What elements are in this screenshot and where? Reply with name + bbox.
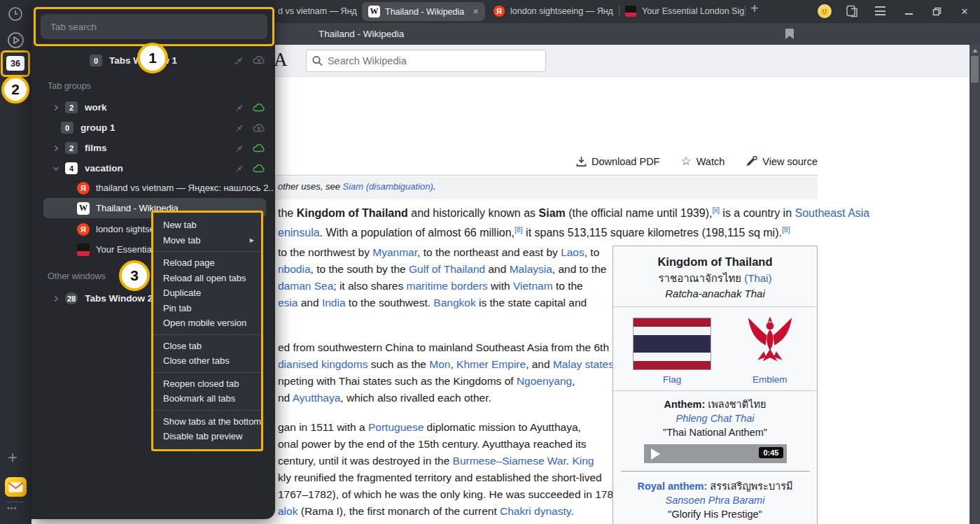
wiki-link[interactable]: Southeast Asia — [795, 207, 870, 219]
wiki-link[interactable]: Gulf of Thailand — [409, 263, 485, 275]
ref-link[interactable]: [ii] — [712, 206, 720, 214]
wiki-link[interactable]: eninsula — [278, 227, 320, 239]
tab-thailand-wikipedia[interactable]: W Thailand - Wikipedia ✕ — [362, 2, 485, 21]
restore-button[interactable] — [926, 0, 947, 22]
wiki-link[interactable]: dianised kingdoms — [278, 358, 368, 370]
menu-item-pin-tab[interactable]: Pin tab — [153, 301, 261, 316]
menu-item-reopen-closed-tab[interactable]: Reopen closed tab — [153, 376, 261, 392]
chevron-right-icon[interactable] — [51, 143, 61, 153]
minimize-button[interactable] — [898, 0, 919, 22]
tab-search-input[interactable] — [41, 14, 267, 39]
thailand-flag-image[interactable] — [633, 318, 711, 370]
close-window-button[interactable]: ✕ — [954, 0, 975, 22]
wiki-link[interactable]: Bangkok — [433, 297, 475, 309]
ref-link[interactable]: [9] — [782, 225, 790, 234]
anthem-audio-player[interactable]: 0:45 — [644, 444, 787, 463]
emblem-caption[interactable]: Emblem — [743, 374, 797, 385]
group-row-group1[interactable]: 0 group 1 — [61, 118, 229, 138]
group-row-work[interactable]: 2 work — [51, 97, 226, 118]
cloud-upload-icon[interactable] — [253, 55, 265, 65]
profile-avatar[interactable]: 🙂 — [818, 4, 832, 18]
menu-item-reload-all[interactable]: Reload all open tabs — [153, 271, 261, 286]
wiki-link[interactable]: Mon — [429, 358, 450, 370]
page-scrollbar[interactable] — [969, 45, 980, 524]
wiki-link[interactable]: Laos — [561, 246, 584, 258]
thailand-emblem-image[interactable] — [743, 314, 797, 370]
wikipedia-search-input[interactable] — [328, 55, 540, 66]
menu-item-close-tab[interactable]: Close tab — [153, 339, 261, 354]
panel-tab-thailand-vs-vietnam[interactable]: Я thailand vs vietnam — Яндекс: нашлось … — [77, 178, 273, 198]
yandex-mail-icon[interactable] — [5, 477, 27, 497]
wiki-link[interactable]: Malaysia — [510, 263, 552, 275]
cloud-upload-icon[interactable] — [253, 122, 265, 133]
wiki-link[interactable]: Vietnam — [513, 280, 553, 292]
wiki-link[interactable]: esia — [278, 297, 298, 309]
menu-item-bookmark-all-tabs[interactable]: Bookmark all tabs — [153, 391, 261, 406]
menu-item-reload-page[interactable]: Reload page — [153, 255, 261, 271]
group-row-films[interactable]: 2 films — [51, 138, 226, 158]
cloud-synced-icon[interactable] — [253, 143, 265, 153]
wiki-link[interactable]: India — [322, 297, 346, 309]
wiki-link[interactable]: Khmer Empire — [456, 358, 526, 370]
history-clock-icon[interactable] — [8, 6, 23, 22]
menu-item-disable-tab-preview[interactable]: Disable tab preview — [153, 429, 261, 444]
wiki-link[interactable]: alok — [278, 505, 298, 517]
wikipedia-search-box[interactable] — [306, 50, 546, 72]
new-tab-button[interactable]: + — [750, 1, 759, 17]
wiki-link[interactable]: King — [572, 455, 594, 467]
menu-item-close-other-tabs[interactable]: Close other tabs — [153, 353, 261, 369]
cloud-synced-icon[interactable] — [253, 102, 265, 113]
tab-counter-badge[interactable]: 36 — [6, 56, 24, 71]
tab-close-icon[interactable]: ✕ — [473, 8, 479, 15]
menu-item-show-tabs-bottom[interactable]: Show tabs at the bottom — [153, 414, 261, 430]
pin-icon[interactable] — [233, 163, 244, 174]
pin-icon[interactable] — [233, 143, 244, 153]
scroll-up-arrow[interactable] — [972, 49, 978, 52]
wiki-link[interactable]: Siam (disambiguation) — [343, 181, 433, 192]
panel-tab-london-sightseeing[interactable]: Я london sightse — [77, 219, 154, 239]
wiki-link[interactable]: Myanmar — [372, 246, 417, 258]
wiki-link[interactable]: Royal anthem: — [637, 481, 707, 492]
wiki-link[interactable]: Burmese–Siamese War — [453, 455, 566, 467]
play-icon[interactable] — [651, 448, 660, 460]
download-pdf-link[interactable]: Download PDF — [576, 156, 660, 167]
menu-item-move-tab[interactable]: Move tab▶ — [153, 233, 261, 248]
ref-link[interactable]: [8] — [514, 225, 523, 234]
watch-link[interactable]: ☆ Watch — [680, 154, 724, 169]
chevron-right-icon[interactable] — [51, 294, 61, 304]
wiki-link[interactable]: daman Sea — [278, 280, 333, 292]
wiki-link[interactable]: Chakri dynasty — [500, 505, 570, 517]
tab-london-sightseeing[interactable]: Я london sightseeing — Янд — [493, 6, 613, 17]
group-row-vacation[interactable]: 4 vacation — [51, 158, 226, 178]
wiki-link[interactable]: Malay states — [553, 358, 614, 370]
panels-icon[interactable] — [846, 5, 859, 18]
anthem-translit-link[interactable]: Phleng Chat Thai — [617, 411, 813, 425]
pin-icon[interactable] — [233, 55, 244, 65]
view-source-link[interactable]: View source — [746, 156, 818, 167]
tab-your-essential-london[interactable]: Your Essential London Sig — [625, 6, 744, 17]
menu-hamburger-icon[interactable] — [875, 6, 886, 15]
wiki-link[interactable]: maritime borders — [407, 280, 488, 292]
media-play-icon[interactable] — [7, 31, 24, 49]
wiki-link[interactable]: (Thai) — [744, 272, 771, 284]
scrollbar-thumb[interactable] — [971, 56, 979, 83]
wiki-link[interactable]: Portuguese — [368, 421, 424, 433]
bookmark-icon[interactable] — [785, 29, 794, 39]
pin-icon[interactable] — [233, 122, 244, 133]
chevron-down-icon[interactable] — [51, 164, 61, 174]
sidebar-add-icon[interactable]: + — [8, 448, 18, 467]
royal-anthem-translit-link[interactable]: Sansoen Phra Barami — [617, 493, 813, 507]
menu-item-duplicate[interactable]: Duplicate — [153, 285, 261, 301]
wiki-link[interactable]: Ayutthaya — [293, 392, 341, 404]
menu-item-new-tab[interactable]: New tab — [153, 218, 261, 233]
wiki-link[interactable]: Ngoenyang — [517, 375, 572, 387]
menu-item-open-mobile[interactable]: Open mobile version — [153, 316, 261, 331]
cloud-synced-icon[interactable] — [253, 163, 265, 174]
tab-thailand-vs-vietnam[interactable]: d vs vietnam — Янд — [278, 6, 357, 16]
flag-caption[interactable]: Flag — [633, 374, 711, 385]
wiki-link[interactable]: nbodia — [278, 263, 311, 275]
chevron-right-icon[interactable] — [51, 103, 61, 113]
pin-icon[interactable] — [233, 102, 244, 113]
sidebar-more-icon[interactable]: ••• — [7, 504, 18, 512]
panel-tab-your-essential[interactable]: Your Essential — [77, 239, 154, 260]
